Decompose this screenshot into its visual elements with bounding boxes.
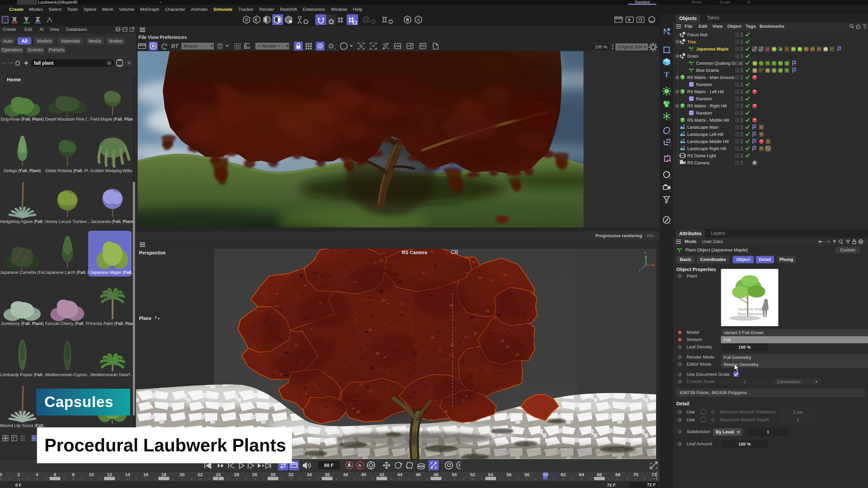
svg-text:56: 56 — [506, 472, 512, 477]
svg-text:52: 52 — [470, 472, 475, 477]
svg-text:T: T — [664, 70, 669, 79]
svg-text:66: 66 — [597, 472, 602, 477]
svg-text:2: 2 — [17, 472, 20, 477]
svg-text:46: 46 — [415, 472, 421, 477]
svg-text:72: 72 — [651, 472, 656, 477]
svg-text:42: 42 — [379, 472, 384, 477]
svg-text:RS Matrix - Middle Hill: RS Matrix - Middle Hill — [687, 118, 729, 123]
svg-text:RS Camera: RS Camera — [402, 250, 427, 255]
svg-text:54: 54 — [488, 472, 493, 477]
svg-text:12: 12 — [107, 472, 112, 477]
svg-text:< Render >: < Render > — [258, 43, 280, 48]
svg-text:RS Dome Light: RS Dome Light — [687, 154, 716, 158]
svg-text:Landscape Middle Hill: Landscape Middle Hill — [687, 139, 729, 144]
svg-text:RS Matrix - Main Ground: RS Matrix - Main Ground — [687, 75, 734, 80]
svg-text:22: 22 — [197, 472, 202, 477]
svg-text:70: 70 — [633, 472, 638, 477]
svg-text:16: 16 — [143, 472, 149, 477]
svg-text:Z: Z — [36, 16, 39, 23]
svg-text:48: 48 — [433, 472, 439, 477]
svg-text:44: 44 — [397, 472, 402, 477]
svg-text:38: 38 — [343, 472, 348, 477]
svg-text:30: 30 — [270, 472, 275, 477]
svg-text:Landscape Right Hill: Landscape Right Hill — [687, 146, 726, 151]
svg-text:58: 58 — [524, 472, 530, 477]
svg-text:Focus Null: Focus Null — [687, 33, 707, 37]
svg-text:Perspective: Perspective — [139, 250, 166, 256]
svg-text:Blue Grama: Blue Grama — [696, 68, 719, 73]
svg-text:RT: RT — [171, 43, 179, 49]
svg-text:36: 36 — [324, 472, 330, 477]
svg-text:40: 40 — [361, 472, 366, 477]
svg-text:Random: Random — [696, 97, 712, 101]
svg-text:Tree: Tree — [687, 40, 696, 44]
svg-text:Grass: Grass — [687, 54, 698, 59]
svg-text:Japanese Maple: Japanese Maple — [696, 47, 729, 52]
svg-text:68: 68 — [615, 472, 620, 477]
svg-text:0: 0 — [0, 472, 2, 477]
svg-text:Grid Spacing : 5000 cm: Grid Spacing : 5000 cm — [592, 450, 638, 455]
svg-text:60 F: 60 F — [324, 463, 334, 468]
svg-text:Landscape Left Hill: Landscape Left Hill — [687, 132, 723, 137]
svg-text:Beauty: Beauty — [184, 43, 198, 48]
svg-text:RS Matrix - Right Hill: RS Matrix - Right Hill — [687, 104, 727, 108]
svg-text:A: A — [358, 463, 361, 468]
svg-text:18: 18 — [161, 472, 166, 477]
svg-text:6: 6 — [54, 472, 56, 477]
svg-text:PV: PV — [420, 44, 425, 48]
svg-text:8: 8 — [72, 472, 75, 477]
svg-text:64: 64 — [579, 472, 584, 477]
svg-text:RS Camera: RS Camera — [687, 161, 709, 165]
svg-text:Landscape Main: Landscape Main — [687, 125, 718, 130]
svg-text:Y: Y — [644, 251, 647, 255]
svg-text:(Acer palmatum): (Acer palmatum) — [737, 312, 765, 316]
svg-text:Random: Random — [696, 111, 712, 116]
svg-text:60: 60 — [543, 472, 548, 477]
svg-text:4: 4 — [36, 472, 38, 477]
svg-text:32: 32 — [288, 472, 293, 477]
svg-text:Z: Z — [638, 268, 641, 272]
svg-text:62: 62 — [560, 472, 566, 477]
svg-text:34: 34 — [307, 472, 312, 477]
svg-text:X: X — [655, 263, 656, 267]
svg-text:14: 14 — [125, 472, 130, 477]
svg-text:10: 10 — [88, 472, 94, 477]
svg-text:Random: Random — [696, 82, 712, 87]
svg-text:Place: Place — [139, 316, 152, 321]
svg-text:20: 20 — [179, 472, 184, 477]
svg-text:fall plant: fall plant — [34, 60, 54, 66]
svg-text:X: X — [13, 16, 17, 23]
svg-text:28: 28 — [252, 472, 257, 477]
svg-text:RGB: RGB — [217, 45, 224, 48]
svg-text:RS Matrix - Left Hill: RS Matrix - Left Hill — [687, 89, 724, 94]
svg-text:Japanese Maple: Japanese Maple — [737, 307, 765, 311]
svg-text:Y: Y — [24, 16, 28, 23]
svg-text:G: G — [334, 47, 336, 50]
svg-text:26: 26 — [234, 472, 239, 477]
svg-text:50: 50 — [452, 472, 457, 477]
svg-text:A: A — [417, 17, 420, 22]
